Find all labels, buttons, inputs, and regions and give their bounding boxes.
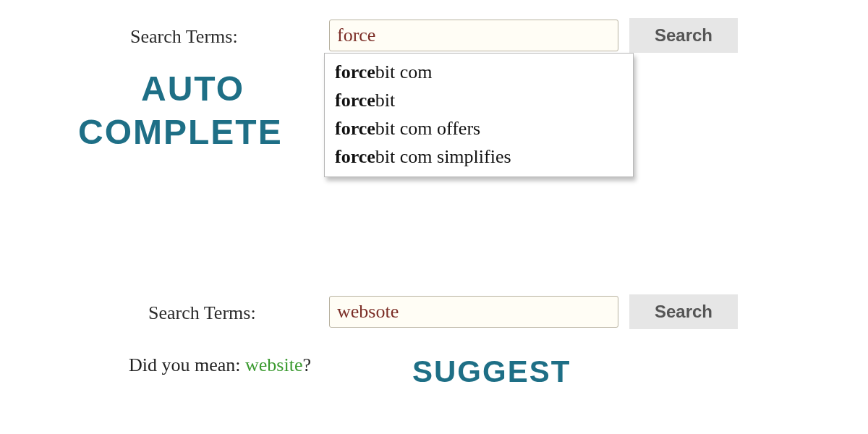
callout-complete: Complete (78, 112, 283, 152)
search-input[interactable] (329, 296, 618, 328)
did-you-mean-prefix: Did you mean: (129, 354, 245, 375)
callout-auto: Auto (141, 69, 244, 109)
search-button[interactable]: Search (629, 294, 738, 329)
autocomplete-item[interactable]: forcebit com (325, 58, 633, 86)
search-button[interactable]: Search (629, 18, 738, 53)
search-terms-label: Search Terms: (148, 302, 256, 324)
search-input[interactable] (329, 20, 618, 51)
autocomplete-rest: bit com (375, 61, 433, 82)
did-you-mean: Did you mean: website? (129, 354, 311, 376)
callout-suggest: Suggest (412, 354, 571, 389)
did-you-mean-link[interactable]: website (245, 354, 302, 375)
autocomplete-dropdown: forcebit com forcebit forcebit com offer… (324, 53, 634, 177)
autocomplete-rest: bit com offers (375, 118, 480, 139)
autocomplete-rest: bit com simplifies (375, 146, 511, 167)
autocomplete-match: force (335, 118, 375, 139)
autocomplete-rest: bit (375, 90, 395, 111)
search-terms-label: Search Terms: (130, 26, 238, 48)
autocomplete-item[interactable]: forcebit (325, 86, 633, 114)
autocomplete-match: force (335, 61, 375, 82)
autocomplete-item[interactable]: forcebit com simplifies (325, 142, 633, 171)
did-you-mean-suffix: ? (302, 354, 311, 375)
autocomplete-item[interactable]: forcebit com offers (325, 114, 633, 142)
autocomplete-match: force (335, 90, 375, 111)
autocomplete-match: force (335, 146, 375, 167)
